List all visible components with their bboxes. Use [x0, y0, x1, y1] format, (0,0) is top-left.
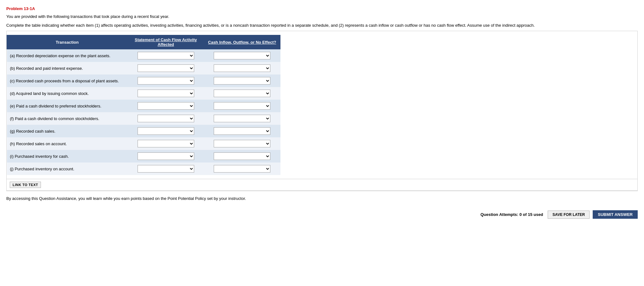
activity-select-b[interactable]: Operating ActivitiesInvesting Activities… — [138, 64, 194, 72]
footer-row: LINK TO TEXT — [7, 179, 637, 191]
activity-select-cell-c[interactable]: Operating ActivitiesInvesting Activities… — [127, 74, 204, 87]
save-for-later-button[interactable]: SAVE FOR LATER — [548, 211, 590, 219]
activity-select-cell-h[interactable]: Operating ActivitiesInvesting Activities… — [127, 137, 204, 150]
table-row: (b) Recorded and paid interest expense.O… — [7, 62, 280, 74]
transaction-cell-c: (c) Recorded cash proceeds from a dispos… — [7, 74, 128, 87]
bottom-note: By accessing this Question Assistance, y… — [6, 196, 638, 201]
effect-select-cell-g[interactable]: Cash InflowCash OutflowNo Cash Flow Effe… — [204, 125, 280, 137]
activity-select-cell-d[interactable]: Operating ActivitiesInvesting Activities… — [127, 87, 204, 100]
link-to-text-button[interactable]: LINK TO TEXT — [10, 182, 41, 188]
problem-title: Problem 13-1A — [6, 6, 638, 11]
transaction-cell-h: (h) Recorded sales on account. — [7, 137, 128, 150]
activity-select-a[interactable]: Operating ActivitiesInvesting Activities… — [138, 52, 194, 59]
activity-select-c[interactable]: Operating ActivitiesInvesting Activities… — [138, 77, 194, 85]
col2-header: Statement of Cash Flow Activity Affected — [127, 35, 204, 49]
activity-select-h[interactable]: Operating ActivitiesInvesting Activities… — [138, 140, 194, 147]
activity-select-cell-a[interactable]: Operating ActivitiesInvesting Activities… — [127, 49, 204, 62]
effect-select-cell-a[interactable]: Cash InflowCash OutflowNo Cash Flow Effe… — [204, 49, 280, 62]
transaction-cell-i: (i) Purchased inventory for cash. — [7, 150, 128, 162]
attempts-text: Question Attempts: 0 of 15 used — [480, 212, 543, 217]
intro-paragraph-2: Complete the table indicating whether ea… — [6, 22, 638, 29]
effect-select-i[interactable]: Cash InflowCash OutflowNo Cash Flow Effe… — [214, 152, 270, 160]
effect-select-d[interactable]: Cash InflowCash OutflowNo Cash Flow Effe… — [214, 90, 270, 97]
transaction-cell-a: (a) Recorded depreciation expense on the… — [7, 49, 128, 62]
activity-select-cell-j[interactable]: Operating ActivitiesInvesting Activities… — [127, 162, 204, 175]
col3-header: Cash Inflow, Outflow, or No Effect? — [204, 35, 280, 49]
activity-select-cell-e[interactable]: Operating ActivitiesInvesting Activities… — [127, 100, 204, 112]
submit-answer-button[interactable]: SUBMIT ANSWER — [593, 210, 638, 219]
effect-select-cell-d[interactable]: Cash InflowCash OutflowNo Cash Flow Effe… — [204, 87, 280, 100]
col1-header: Transaction — [7, 35, 128, 49]
transactions-table: Transaction Statement of Cash Flow Activ… — [7, 35, 280, 175]
activity-select-cell-b[interactable]: Operating ActivitiesInvesting Activities… — [127, 62, 204, 74]
table-row: (i) Purchased inventory for cash.Operati… — [7, 150, 280, 162]
table-row: (h) Recorded sales on account.Operating … — [7, 137, 280, 150]
transaction-cell-j: (j) Purchased inventory on account. — [7, 162, 128, 175]
effect-select-f[interactable]: Cash InflowCash OutflowNo Cash Flow Effe… — [214, 115, 270, 122]
effect-select-cell-b[interactable]: Cash InflowCash OutflowNo Cash Flow Effe… — [204, 62, 280, 74]
activity-select-f[interactable]: Operating ActivitiesInvesting Activities… — [138, 115, 194, 122]
transaction-cell-b: (b) Recorded and paid interest expense. — [7, 62, 128, 74]
activity-select-i[interactable]: Operating ActivitiesInvesting Activities… — [138, 152, 194, 160]
table-row: (d) Acquired land by issuing common stoc… — [7, 87, 280, 100]
effect-select-cell-i[interactable]: Cash InflowCash OutflowNo Cash Flow Effe… — [204, 150, 280, 162]
transaction-cell-f: (f) Paid a cash dividend to common stock… — [7, 112, 128, 125]
activity-select-d[interactable]: Operating ActivitiesInvesting Activities… — [138, 90, 194, 97]
activity-select-e[interactable]: Operating ActivitiesInvesting Activities… — [138, 102, 194, 110]
effect-select-e[interactable]: Cash InflowCash OutflowNo Cash Flow Effe… — [214, 102, 270, 110]
intro-paragraph-1: You are provided with the following tran… — [6, 14, 638, 20]
activity-select-cell-f[interactable]: Operating ActivitiesInvesting Activities… — [127, 112, 204, 125]
table-row: (a) Recorded depreciation expense on the… — [7, 49, 280, 62]
activity-select-g[interactable]: Operating ActivitiesInvesting Activities… — [138, 127, 194, 135]
activity-select-cell-g[interactable]: Operating ActivitiesInvesting Activities… — [127, 125, 204, 137]
transaction-cell-d: (d) Acquired land by issuing common stoc… — [7, 87, 128, 100]
table-row: (f) Paid a cash dividend to common stock… — [7, 112, 280, 125]
effect-select-cell-e[interactable]: Cash InflowCash OutflowNo Cash Flow Effe… — [204, 100, 280, 112]
effect-select-g[interactable]: Cash InflowCash OutflowNo Cash Flow Effe… — [214, 127, 270, 135]
activity-select-cell-i[interactable]: Operating ActivitiesInvesting Activities… — [127, 150, 204, 162]
table-row: (c) Recorded cash proceeds from a dispos… — [7, 74, 280, 87]
effect-select-b[interactable]: Cash InflowCash OutflowNo Cash Flow Effe… — [214, 64, 270, 72]
effect-select-h[interactable]: Cash InflowCash OutflowNo Cash Flow Effe… — [214, 140, 270, 147]
transaction-cell-g: (g) Recorded cash sales. — [7, 125, 128, 137]
effect-select-cell-h[interactable]: Cash InflowCash OutflowNo Cash Flow Effe… — [204, 137, 280, 150]
effect-select-cell-c[interactable]: Cash InflowCash OutflowNo Cash Flow Effe… — [204, 74, 280, 87]
transaction-cell-e: (e) Paid a cash dividend to preferred st… — [7, 100, 128, 112]
effect-select-c[interactable]: Cash InflowCash OutflowNo Cash Flow Effe… — [214, 77, 270, 85]
activity-select-j[interactable]: Operating ActivitiesInvesting Activities… — [138, 165, 194, 173]
effect-select-cell-j[interactable]: Cash InflowCash OutflowNo Cash Flow Effe… — [204, 162, 280, 175]
effect-select-j[interactable]: Cash InflowCash OutflowNo Cash Flow Effe… — [214, 165, 270, 173]
table-row: (e) Paid a cash dividend to preferred st… — [7, 100, 280, 112]
table-row: (g) Recorded cash sales.Operating Activi… — [7, 125, 280, 137]
action-bar: Question Attempts: 0 of 15 used SAVE FOR… — [6, 210, 638, 219]
effect-select-a[interactable]: Cash InflowCash OutflowNo Cash Flow Effe… — [214, 52, 270, 59]
table-row: (j) Purchased inventory on account.Opera… — [7, 162, 280, 175]
effect-select-cell-f[interactable]: Cash InflowCash OutflowNo Cash Flow Effe… — [204, 112, 280, 125]
problem-container: Problem 13-1A You are provided with the … — [6, 6, 638, 219]
